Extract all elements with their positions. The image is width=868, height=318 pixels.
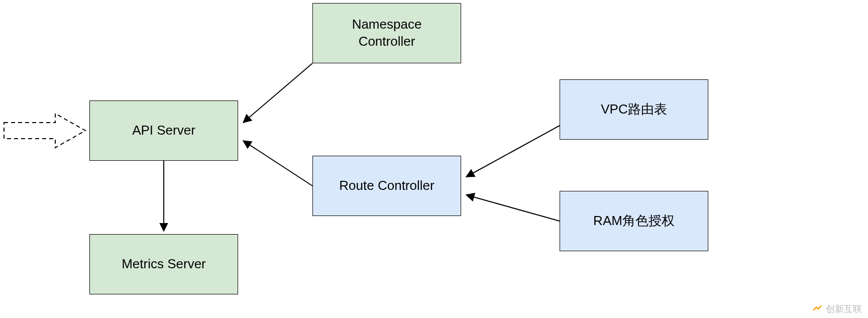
metrics-server-node: Metrics Server: [89, 234, 238, 294]
route-controller-node: Route Controller: [312, 156, 461, 216]
api-server-label: API Server: [132, 122, 195, 139]
edge-route-to-api: [243, 141, 312, 186]
route-controller-label: Route Controller: [339, 177, 434, 194]
namespace-controller-label: NamespaceController: [352, 16, 422, 50]
vpc-route-table-label: VPC路由表: [601, 101, 667, 118]
edge-vpc-to-route: [466, 126, 560, 177]
ram-role-auth-label: RAM角色授权: [593, 213, 675, 230]
watermark-logo-icon: [812, 303, 823, 314]
watermark: 创新互联: [812, 303, 862, 315]
edge-ram-to-route: [466, 195, 560, 221]
input-arrow-icon: [4, 114, 85, 148]
vpc-route-table-node: VPC路由表: [560, 79, 708, 140]
watermark-text: 创新互联: [826, 303, 862, 315]
api-server-node: API Server: [89, 100, 238, 161]
edge-namespace-to-api: [243, 63, 312, 123]
ram-role-auth-node: RAM角色授权: [560, 191, 708, 251]
metrics-server-label: Metrics Server: [122, 256, 206, 273]
namespace-controller-node: NamespaceController: [312, 3, 461, 63]
